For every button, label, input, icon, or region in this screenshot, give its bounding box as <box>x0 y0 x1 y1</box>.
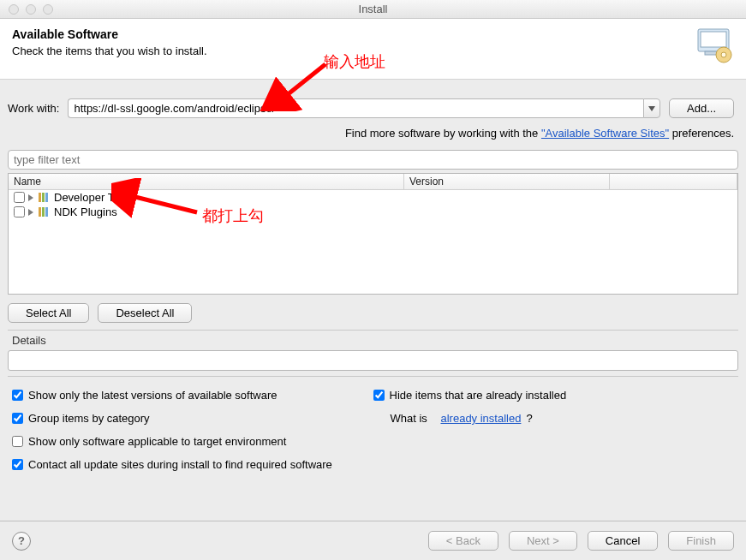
install-icon <box>693 27 734 63</box>
software-tree[interactable]: Name Version Developer Tools NDK Plugins <box>8 173 738 295</box>
svg-marker-5 <box>648 106 655 111</box>
more-software-suffix: preferences. <box>669 127 734 140</box>
cancel-button[interactable]: Cancel <box>588 531 658 551</box>
what-is-line: What is already installed? <box>373 412 735 425</box>
filter-row <box>0 150 746 173</box>
footer: ? < Back Next > Cancel Finish <box>0 521 746 560</box>
select-row: Select All Deselect All <box>0 295 746 330</box>
what-is-suffix: ? <box>526 412 532 425</box>
titlebar: Install <box>0 0 746 19</box>
tree-row[interactable]: Developer Tools <box>9 190 737 205</box>
column-version[interactable]: Version <box>404 174 610 189</box>
select-all-button[interactable]: Select All <box>8 303 89 323</box>
separator <box>8 330 738 331</box>
what-is-prefix: What is <box>391 412 427 425</box>
column-name[interactable]: Name <box>9 174 404 189</box>
add-button[interactable]: Add... <box>669 98 734 118</box>
work-with-label: Work with: <box>8 102 59 115</box>
opt-label: Show only software applicable to target … <box>28 435 286 448</box>
opt-latest-versions[interactable]: Show only the latest versions of availab… <box>12 389 373 402</box>
footer-buttons: < Back Next > Cancel Finish <box>428 531 734 551</box>
package-icon <box>39 193 51 202</box>
banner-heading: Available Software <box>12 27 207 41</box>
opt-hide-installed[interactable]: Hide items that are already installed <box>373 389 735 402</box>
expand-icon[interactable] <box>28 194 33 201</box>
row-label: NDK Plugins <box>54 206 117 218</box>
tree-row[interactable]: NDK Plugins <box>9 205 737 219</box>
options-left: Show only the latest versions of availab… <box>12 389 373 471</box>
options-right: Hide items that are already installed Wh… <box>373 389 735 471</box>
svg-point-4 <box>721 52 726 57</box>
available-software-sites-link[interactable]: "Available Software Sites" <box>541 127 669 140</box>
opt-group-category[interactable]: Group items by category <box>12 412 373 425</box>
options-area: Show only the latest versions of availab… <box>0 380 746 471</box>
work-with-combo <box>68 98 660 118</box>
opt-target-env-checkbox[interactable] <box>12 436 23 447</box>
row-checkbox[interactable] <box>14 206 25 217</box>
tree-header: Name Version <box>9 174 737 190</box>
banner-subheading: Check the items that you wish to install… <box>12 45 207 57</box>
row-label: Developer Tools <box>54 191 134 204</box>
expand-icon[interactable] <box>28 209 33 216</box>
opt-label: Show only the latest versions of availab… <box>28 389 278 402</box>
opt-contact-sites[interactable]: Contact all update sites during install … <box>12 458 373 471</box>
more-software-prefix: Find more software by working with the <box>345 127 541 140</box>
opt-label: Group items by category <box>28 412 150 425</box>
opt-latest-versions-checkbox[interactable] <box>12 390 23 401</box>
svg-rect-1 <box>701 32 726 47</box>
work-with-row: Work with: Add... <box>0 80 746 123</box>
filter-input[interactable] <box>8 150 738 170</box>
details-box[interactable] <box>8 350 738 371</box>
work-with-input[interactable] <box>68 98 643 118</box>
banner: Available Software Check the items that … <box>0 19 746 80</box>
opt-target-env[interactable]: Show only software applicable to target … <box>12 435 373 448</box>
more-software-line: Find more software by working with the "… <box>0 123 746 150</box>
package-icon <box>39 207 51 217</box>
separator <box>8 376 738 377</box>
work-with-dropdown-button[interactable] <box>643 98 660 118</box>
finish-button[interactable]: Finish <box>668 531 734 551</box>
row-checkbox[interactable] <box>14 192 25 203</box>
window-title: Install <box>0 3 746 15</box>
column-spacer <box>610 174 737 189</box>
opt-label: Contact all update sites during install … <box>28 458 332 471</box>
opt-label: Hide items that are already installed <box>390 389 567 402</box>
deselect-all-button[interactable]: Deselect All <box>98 303 192 323</box>
help-button[interactable]: ? <box>12 532 31 551</box>
chevron-down-icon <box>648 106 655 111</box>
opt-contact-sites-checkbox[interactable] <box>12 459 23 470</box>
opt-hide-installed-checkbox[interactable] <box>373 390 385 401</box>
next-button[interactable]: Next > <box>509 531 577 551</box>
opt-group-category-checkbox[interactable] <box>12 413 23 424</box>
details-label: Details <box>0 334 746 350</box>
back-button[interactable]: < Back <box>428 531 498 551</box>
already-installed-link[interactable]: already installed <box>440 412 521 425</box>
